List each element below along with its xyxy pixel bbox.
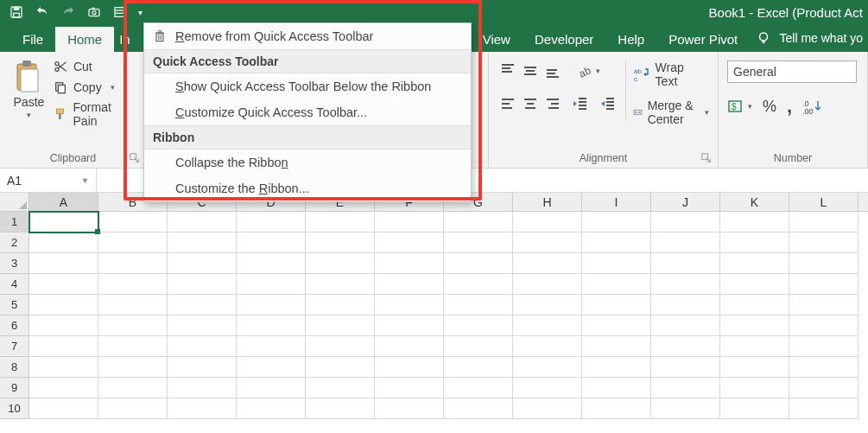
ctx-collapse-ribbon[interactable]: Collapse the Ribbon [144, 150, 471, 175]
column-header[interactable]: H [513, 193, 582, 211]
merge-center-button[interactable]: Merge & Center ▾ [633, 99, 709, 126]
cell[interactable] [306, 378, 375, 398]
cell[interactable] [375, 232, 444, 253]
cell[interactable] [720, 232, 789, 253]
cell[interactable] [720, 212, 789, 232]
cell[interactable] [444, 295, 513, 315]
chevron-down-icon[interactable]: ▾ [111, 83, 115, 92]
row-header[interactable]: 6 [0, 315, 29, 336]
row-header[interactable]: 4 [0, 274, 29, 295]
cell[interactable] [651, 232, 720, 253]
cell[interactable] [29, 295, 98, 315]
cell[interactable] [98, 315, 168, 336]
cell[interactable] [720, 295, 789, 315]
copy-button[interactable]: Copy ▾ [53, 80, 137, 95]
increase-indent-icon[interactable] [598, 93, 618, 114]
column-header[interactable]: A [29, 193, 98, 211]
ctx-remove-from-qat[interactable]: Remove from Quick Access Toolbar [144, 23, 471, 49]
cell[interactable] [789, 253, 858, 274]
cell[interactable] [789, 232, 858, 253]
cell[interactable] [237, 378, 306, 398]
cell[interactable] [789, 274, 858, 295]
align-left-icon[interactable] [497, 93, 518, 114]
cell[interactable] [237, 315, 306, 336]
cell[interactable] [375, 212, 444, 232]
select-all-corner[interactable] [0, 193, 29, 211]
cell[interactable] [375, 295, 444, 315]
cell[interactable] [513, 315, 582, 336]
cell[interactable] [98, 398, 168, 419]
cell[interactable] [375, 253, 444, 274]
cell[interactable] [168, 336, 237, 357]
form-icon[interactable] [112, 4, 128, 20]
cell[interactable] [29, 274, 98, 295]
cell[interactable] [582, 336, 651, 357]
cell[interactable] [98, 274, 168, 295]
cell[interactable] [582, 212, 651, 232]
camera-icon[interactable] [86, 4, 102, 20]
cell[interactable] [306, 398, 375, 419]
cell[interactable] [168, 232, 237, 253]
cell[interactable] [582, 315, 651, 336]
cell[interactable] [237, 398, 306, 419]
cell[interactable] [29, 378, 98, 398]
undo-icon[interactable] [35, 4, 50, 20]
redo-icon[interactable] [60, 4, 76, 20]
cell[interactable] [582, 232, 651, 253]
cell[interactable] [306, 274, 375, 295]
cell[interactable] [582, 274, 651, 295]
cell[interactable] [582, 295, 651, 315]
align-right-icon[interactable] [542, 93, 563, 114]
paste-button[interactable]: Paste ▾ [9, 57, 49, 166]
cell[interactable] [98, 253, 168, 274]
cell[interactable] [513, 336, 582, 357]
cell[interactable] [375, 336, 444, 357]
cell[interactable] [513, 253, 582, 274]
row-header[interactable]: 10 [0, 398, 29, 419]
cell[interactable] [444, 253, 513, 274]
ctx-customize-qat[interactable]: Customize Quick Access Toolbar... [144, 99, 471, 125]
cell[interactable] [237, 295, 306, 315]
row-header[interactable]: 3 [0, 253, 29, 274]
cell[interactable] [582, 253, 651, 274]
cell[interactable] [98, 357, 168, 378]
cell[interactable] [720, 274, 789, 295]
cell[interactable] [237, 212, 306, 232]
cell[interactable] [582, 398, 651, 419]
tab-view[interactable]: View [478, 27, 523, 52]
cell[interactable] [651, 295, 720, 315]
cell[interactable] [789, 398, 858, 419]
qat-customize-dropdown[interactable]: ▾ [138, 8, 143, 17]
cell[interactable] [168, 274, 237, 295]
align-middle-icon[interactable] [520, 60, 541, 81]
column-header[interactable]: L [789, 193, 858, 211]
cell[interactable] [789, 315, 858, 336]
column-header[interactable]: I [582, 193, 651, 211]
cell[interactable] [168, 357, 237, 378]
cell[interactable] [651, 315, 720, 336]
cell[interactable] [720, 378, 789, 398]
tab-file[interactable]: File [10, 27, 55, 52]
cell[interactable] [444, 336, 513, 357]
align-bottom-icon[interactable] [542, 60, 563, 81]
increase-decimal-button[interactable]: .0.00 [802, 99, 823, 114]
cell[interactable] [513, 378, 582, 398]
cell[interactable] [789, 357, 858, 378]
cell[interactable] [444, 378, 513, 398]
tab-insert[interactable]: In [114, 27, 143, 52]
cell[interactable] [237, 253, 306, 274]
cell[interactable] [306, 295, 375, 315]
cell[interactable] [98, 212, 168, 232]
ctx-customize-ribbon[interactable]: Customize the Ribbon... [144, 175, 471, 201]
cell[interactable] [651, 274, 720, 295]
cell[interactable] [789, 378, 858, 398]
cell[interactable] [444, 357, 513, 378]
cell[interactable] [375, 357, 444, 378]
cell[interactable] [789, 336, 858, 357]
cell[interactable] [651, 398, 720, 419]
cell[interactable] [237, 336, 306, 357]
align-top-icon[interactable] [497, 60, 518, 81]
cell[interactable] [168, 253, 237, 274]
cell[interactable] [513, 274, 582, 295]
cell[interactable] [513, 398, 582, 419]
